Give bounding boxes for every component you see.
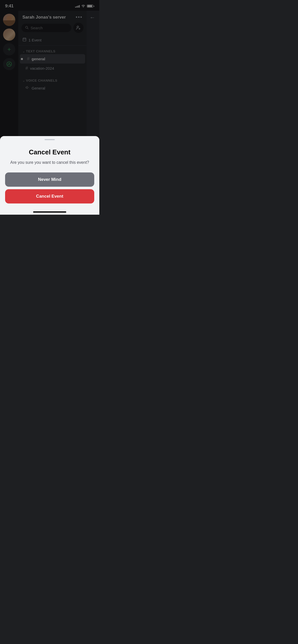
never-mind-button[interactable]: Never Mind — [5, 172, 94, 187]
bottom-sheet: Cancel Event Are you sure you want to ca… — [0, 136, 99, 215]
sheet-handle — [45, 139, 55, 140]
sheet-title: Cancel Event — [5, 148, 94, 156]
home-indicator — [33, 211, 66, 213]
sheet-subtitle: Are you sure you want to cancel this eve… — [5, 160, 94, 165]
cancel-event-button[interactable]: Cancel Event — [5, 189, 94, 203]
